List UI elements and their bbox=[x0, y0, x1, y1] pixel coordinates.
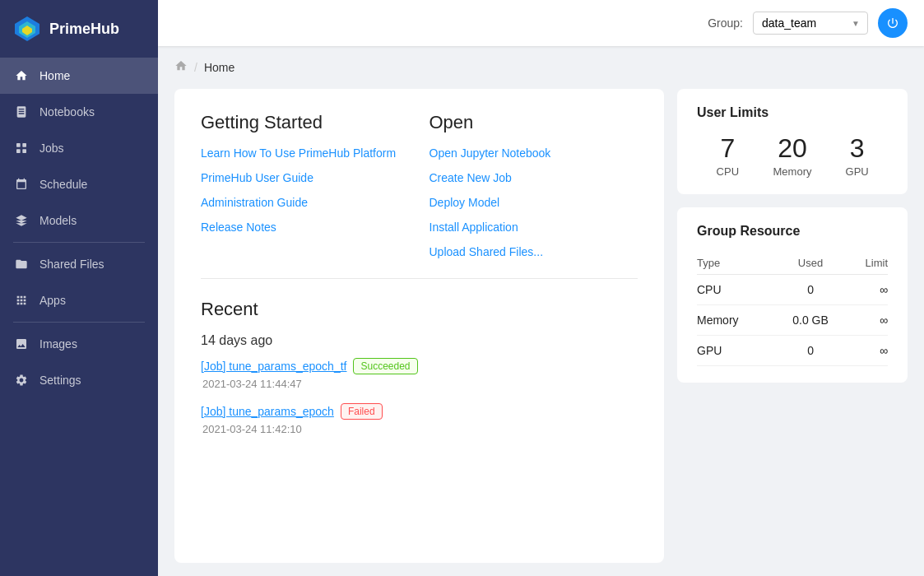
breadcrumb: / Home bbox=[174, 59, 908, 76]
row-1-used: 0.0 GB bbox=[776, 305, 844, 336]
notebooks-icon bbox=[13, 104, 30, 120]
resource-table: Type Used Limit CPU 0 ∞ bbox=[697, 252, 888, 366]
row-0-used: 0 bbox=[776, 275, 844, 305]
recent-item-1-badge: Failed bbox=[341, 403, 383, 420]
row-0-type: CPU bbox=[697, 275, 776, 305]
gpu-label: GPU bbox=[826, 165, 888, 178]
sidebar-item-jobs[interactable]: Jobs bbox=[0, 130, 158, 166]
settings-icon bbox=[13, 372, 30, 388]
recent-item-1-title: [Job] tune_params_epoch Failed bbox=[201, 403, 638, 420]
cpu-label: CPU bbox=[697, 165, 759, 178]
memory-label: Memory bbox=[762, 165, 824, 178]
sidebar-item-home[interactable]: Home bbox=[0, 58, 158, 94]
app-name: PrimeHub bbox=[49, 21, 119, 38]
nav-divider-2 bbox=[13, 322, 145, 323]
recent-item-0-link[interactable]: [Job] tune_params_epoch_tf bbox=[201, 360, 346, 373]
row-2-limit: ∞ bbox=[845, 336, 888, 366]
apps-icon bbox=[13, 292, 30, 309]
home-icon bbox=[13, 67, 30, 84]
gs-link-0[interactable]: Learn How To Use PrimeHub Platform bbox=[201, 146, 410, 160]
getting-started-title: Getting Started bbox=[201, 112, 410, 133]
sidebar-item-models[interactable]: Models bbox=[0, 202, 158, 239]
recent-item-0-timestamp: 2021-03-24 11:44:47 bbox=[201, 378, 638, 390]
open-link-1[interactable]: Create New Job bbox=[429, 171, 638, 184]
col-type: Type bbox=[697, 252, 776, 275]
sidebar-nav: Home Notebooks Jobs Schedule bbox=[0, 58, 158, 576]
memory-limit: 20 Memory bbox=[762, 133, 824, 178]
nav-divider-1 bbox=[13, 242, 145, 243]
table-row: GPU 0 ∞ bbox=[697, 336, 888, 366]
col-used: Used bbox=[776, 252, 844, 275]
row-1-type: Memory bbox=[697, 305, 776, 336]
sidebar-item-settings[interactable]: Settings bbox=[0, 362, 158, 398]
open-link-3[interactable]: Install Application bbox=[429, 221, 638, 234]
gpu-limit: 3 GPU bbox=[826, 133, 888, 178]
table-row: Memory 0.0 GB ∞ bbox=[697, 305, 888, 336]
user-limits-card: User Limits 7 CPU 20 Memory 3 GPU bbox=[677, 89, 908, 194]
open-links: Open Jupyter Notebook Create New Job Dep… bbox=[429, 146, 638, 258]
group-resource-card: Group Resource Type Used Limit CPU bbox=[677, 207, 908, 383]
sidebar-item-images[interactable]: Images bbox=[0, 326, 158, 362]
open-link-4[interactable]: Upload Shared Files... bbox=[429, 245, 638, 258]
breadcrumb-current: Home bbox=[204, 61, 234, 74]
header: Group: data_team default bbox=[158, 0, 924, 46]
open-link-0[interactable]: Open Jupyter Notebook bbox=[429, 146, 638, 160]
sidebar-item-notebooks[interactable]: Notebooks bbox=[0, 94, 158, 130]
recent-item-1-link[interactable]: [Job] tune_params_epoch bbox=[201, 405, 334, 418]
gs-link-3[interactable]: Release Notes bbox=[201, 221, 410, 234]
main-content: Group: data_team default / Home bbox=[158, 0, 924, 576]
open-title: Open bbox=[429, 112, 638, 133]
group-label: Group: bbox=[708, 16, 743, 30]
power-icon bbox=[886, 16, 899, 30]
cpu-value: 7 bbox=[697, 133, 759, 164]
logo-icon bbox=[13, 15, 41, 43]
group-resource-title: Group Resource bbox=[697, 224, 888, 239]
recent-time-label: 14 days ago bbox=[201, 333, 638, 348]
schedule-icon bbox=[13, 176, 30, 193]
getting-started-section: Getting Started Learn How To Use PrimeHu… bbox=[201, 112, 638, 279]
sidebar-item-shared-files[interactable]: Shared Files bbox=[0, 246, 158, 282]
group-select[interactable]: data_team default bbox=[753, 12, 868, 35]
images-icon bbox=[13, 336, 30, 352]
breadcrumb-separator: / bbox=[194, 61, 197, 74]
user-limits-grid: 7 CPU 20 Memory 3 GPU bbox=[697, 133, 888, 178]
models-icon bbox=[13, 212, 30, 229]
jobs-icon bbox=[13, 140, 30, 156]
breadcrumb-home-icon bbox=[174, 59, 188, 76]
sidebar: PrimeHub Home Notebooks Jobs bbox=[0, 0, 158, 576]
gs-link-1[interactable]: PrimeHub User Guide bbox=[201, 171, 410, 184]
sidebar-item-schedule[interactable]: Schedule bbox=[0, 166, 158, 202]
getting-started-column: Getting Started Learn How To Use PrimeHu… bbox=[201, 112, 410, 258]
svg-rect-3 bbox=[16, 143, 21, 147]
recent-item-0: [Job] tune_params_epoch_tf Succeeded 202… bbox=[201, 358, 638, 390]
recent-item-1: [Job] tune_params_epoch Failed 2021-03-2… bbox=[201, 403, 638, 435]
row-1-limit: ∞ bbox=[845, 305, 888, 336]
recent-item-1-timestamp: 2021-03-24 11:42:10 bbox=[201, 423, 638, 435]
right-panel: User Limits 7 CPU 20 Memory 3 GPU bbox=[677, 89, 908, 563]
sidebar-item-apps[interactable]: Apps bbox=[0, 282, 158, 318]
main-grid: Getting Started Learn How To Use PrimeHu… bbox=[174, 89, 908, 563]
recent-item-0-title: [Job] tune_params_epoch_tf Succeeded bbox=[201, 358, 638, 374]
page-content: / Home Getting Started Learn How To Use … bbox=[158, 46, 924, 576]
table-row: CPU 0 ∞ bbox=[697, 275, 888, 305]
row-2-type: GPU bbox=[697, 336, 776, 366]
group-select-wrapper: data_team default bbox=[753, 12, 868, 35]
shared-files-icon bbox=[13, 256, 30, 272]
memory-value: 20 bbox=[762, 133, 824, 164]
recent-title: Recent bbox=[201, 299, 638, 320]
getting-started-links: Learn How To Use PrimeHub Platform Prime… bbox=[201, 146, 410, 234]
open-column: Open Open Jupyter Notebook Create New Jo… bbox=[429, 112, 638, 258]
gpu-value: 3 bbox=[826, 133, 888, 164]
cpu-limit: 7 CPU bbox=[697, 133, 759, 178]
row-2-used: 0 bbox=[776, 336, 844, 366]
recent-section: Recent 14 days ago [Job] tune_params_epo… bbox=[201, 299, 638, 448]
open-link-2[interactable]: Deploy Model bbox=[429, 196, 638, 209]
gs-link-2[interactable]: Administration Guide bbox=[201, 196, 410, 209]
power-button[interactable] bbox=[878, 8, 908, 38]
svg-rect-6 bbox=[22, 149, 26, 153]
user-limits-title: User Limits bbox=[697, 105, 888, 120]
app-logo: PrimeHub bbox=[0, 0, 158, 58]
recent-item-0-badge: Succeeded bbox=[353, 358, 417, 374]
row-0-limit: ∞ bbox=[845, 275, 888, 305]
left-panel: Getting Started Learn How To Use PrimeHu… bbox=[174, 89, 664, 563]
